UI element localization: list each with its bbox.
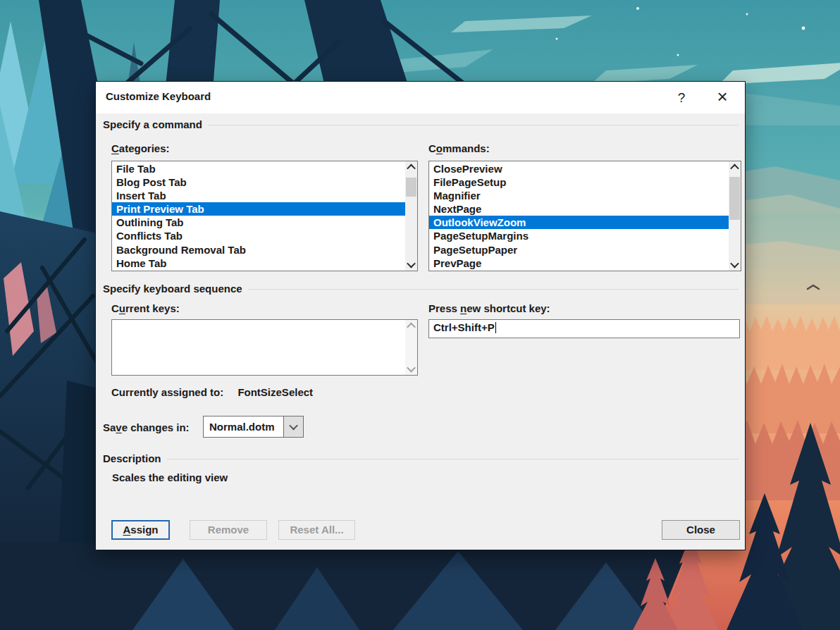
list-item[interactable]: PageSetupPaper	[429, 243, 729, 257]
chevron-down-icon	[730, 259, 739, 268]
text-caret	[495, 322, 496, 333]
list-item[interactable]: Blog Post Tab	[112, 175, 405, 189]
scrollbar-thumb[interactable]	[406, 178, 416, 197]
list-item[interactable]: File Tab	[112, 162, 405, 175]
customize-keyboard-dialog: Customize Keyboard ? × Specify a command…	[95, 81, 746, 550]
chevron-down-icon	[407, 364, 416, 373]
commands-label: Commands:	[428, 142, 490, 156]
save-changes-select[interactable]: Normal.dotm	[203, 416, 304, 438]
scroll-up-button	[405, 320, 417, 332]
list-item[interactable]: FilePageSetup	[429, 175, 729, 189]
chevron-up-icon	[730, 164, 739, 173]
scroll-down-button	[405, 363, 417, 375]
dialog-title: Customize Keyboard	[106, 90, 211, 102]
current-keys-listbox[interactable]	[111, 319, 418, 376]
currently-assigned-row: Currently assigned to: FontSizeSelect	[111, 386, 313, 398]
list-item[interactable]: Background Removal Tab	[112, 243, 405, 257]
divider-line	[167, 459, 739, 459]
list-item[interactable]: NextPage	[429, 202, 729, 216]
list-item[interactable]: PrevPage	[429, 257, 729, 270]
categories-items: File Tab Blog Post Tab Insert Tab Print …	[112, 162, 405, 270]
save-changes-label: Save changes in:	[103, 421, 190, 436]
scroll-down-button[interactable]	[405, 259, 417, 271]
list-item[interactable]: Insert Tab	[112, 189, 405, 202]
divider-line	[208, 125, 739, 125]
categories-scrollbar[interactable]	[405, 161, 417, 271]
list-item[interactable]: Outlining Tab	[112, 216, 405, 229]
reset-all-button[interactable]: Reset All...	[278, 520, 355, 540]
section-label: Description	[103, 452, 161, 464]
list-item[interactable]: OutlookViewZoom	[429, 216, 729, 229]
scroll-up-button[interactable]	[729, 161, 741, 173]
list-item[interactable]: Print Preview Tab	[112, 202, 405, 216]
close-button[interactable]: Close	[662, 520, 740, 540]
currently-assigned-value: FontSizeSelect	[237, 386, 313, 398]
list-item[interactable]: PageSetupMargins	[429, 229, 729, 242]
chevron-up-icon	[407, 323, 416, 332]
close-icon[interactable]: ×	[707, 82, 738, 113]
scroll-down-button[interactable]	[729, 259, 741, 271]
scrollbar-thumb[interactable]	[729, 177, 740, 220]
help-icon[interactable]: ?	[666, 82, 697, 113]
assign-button[interactable]: Assign	[111, 520, 170, 540]
section-specify-sequence: Specify keyboard sequence	[103, 281, 739, 295]
new-shortcut-label: Press new shortcut key:	[428, 302, 550, 316]
section-description: Description	[103, 451, 739, 465]
commands-items: ClosePreview FilePageSetup Magnifier Nex…	[429, 162, 729, 270]
commands-listbox[interactable]: ClosePreview FilePageSetup Magnifier Nex…	[428, 161, 741, 271]
current-keys-scrollbar	[405, 320, 417, 375]
current-keys-label: Current keys:	[111, 302, 180, 316]
chevron-up-icon	[407, 164, 416, 173]
list-item[interactable]: Magnifier	[429, 189, 729, 202]
list-item[interactable]: Home Tab	[112, 257, 405, 270]
chevron-down-icon	[289, 421, 298, 431]
description-text: Scales the editing view	[112, 471, 228, 486]
section-label: Specify keyboard sequence	[103, 283, 242, 295]
chevron-down-icon	[407, 259, 416, 268]
shortcut-value: Ctrl+Shift+P	[433, 321, 495, 333]
section-label: Specify a command	[103, 118, 202, 130]
new-shortcut-input[interactable]: Ctrl+Shift+P	[428, 319, 740, 338]
list-item[interactable]: Conflicts Tab	[112, 229, 405, 242]
combo-dropdown-button[interactable]	[283, 416, 303, 437]
categories-label: Categories:	[111, 142, 170, 156]
currently-assigned-label: Currently assigned to:	[111, 386, 223, 398]
save-changes-value: Normal.dotm	[204, 421, 283, 433]
list-item[interactable]: ClosePreview	[429, 162, 729, 175]
commands-scrollbar[interactable]	[729, 161, 741, 271]
divider-line	[248, 289, 739, 290]
scroll-up-button[interactable]	[405, 161, 417, 173]
categories-listbox[interactable]: File Tab Blog Post Tab Insert Tab Print …	[111, 161, 418, 271]
section-specify-command: Specify a command	[103, 117, 739, 131]
dialog-title-bar: Customize Keyboard ? ×	[96, 82, 745, 113]
remove-button[interactable]: Remove	[190, 520, 267, 540]
